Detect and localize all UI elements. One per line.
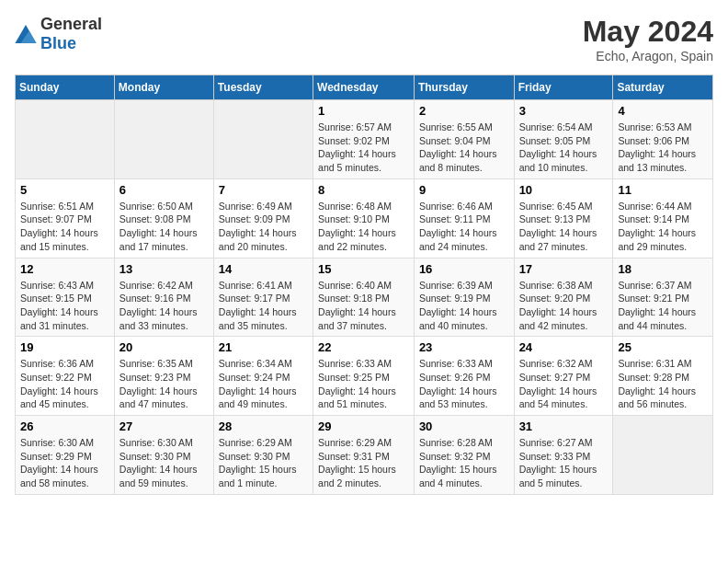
- day-info: Sunrise: 6:38 AMSunset: 9:20 PMDaylight:…: [519, 279, 609, 333]
- day-number: 10: [519, 183, 609, 197]
- day-info: Sunrise: 6:43 AMSunset: 9:15 PMDaylight:…: [20, 279, 109, 333]
- day-info: Sunrise: 6:45 AMSunset: 9:13 PMDaylight:…: [519, 200, 609, 254]
- week-row-5: 26Sunrise: 6:30 AMSunset: 9:29 PMDayligh…: [16, 416, 713, 495]
- day-number: 21: [219, 340, 308, 354]
- day-cell: [213, 100, 313, 179]
- day-cell: 6Sunrise: 6:50 AMSunset: 9:08 PMDaylight…: [114, 178, 213, 258]
- day-info: Sunrise: 6:41 AMSunset: 9:17 PMDaylight:…: [219, 279, 308, 333]
- day-info: Sunrise: 6:46 AMSunset: 9:11 PMDaylight:…: [419, 200, 509, 254]
- day-cell: 27Sunrise: 6:30 AMSunset: 9:30 PMDayligh…: [114, 416, 213, 495]
- col-header-wednesday: Wednesday: [313, 75, 415, 100]
- day-cell: 21Sunrise: 6:34 AMSunset: 9:24 PMDayligh…: [213, 337, 313, 416]
- day-number: 20: [119, 340, 209, 354]
- day-number: 22: [318, 340, 409, 354]
- logo-blue: Blue: [40, 34, 76, 52]
- day-number: 7: [219, 183, 308, 197]
- day-info: Sunrise: 6:50 AMSunset: 9:08 PMDaylight:…: [119, 200, 209, 254]
- day-cell: 22Sunrise: 6:33 AMSunset: 9:25 PMDayligh…: [313, 337, 415, 416]
- day-number: 5: [20, 183, 109, 197]
- day-info: Sunrise: 6:35 AMSunset: 9:23 PMDaylight:…: [119, 357, 209, 411]
- day-info: Sunrise: 6:49 AMSunset: 9:09 PMDaylight:…: [219, 200, 308, 254]
- day-number: 6: [119, 183, 209, 197]
- day-number: 4: [618, 104, 708, 118]
- calendar-subtitle: Echo, Aragon, Spain: [583, 49, 713, 63]
- day-cell: 31Sunrise: 6:27 AMSunset: 9:33 PMDayligh…: [514, 416, 613, 495]
- day-info: Sunrise: 6:33 AMSunset: 9:26 PMDaylight:…: [419, 357, 509, 411]
- col-header-saturday: Saturday: [613, 75, 713, 100]
- day-cell: 5Sunrise: 6:51 AMSunset: 9:07 PMDaylight…: [16, 178, 115, 258]
- day-number: 31: [519, 419, 609, 433]
- day-number: 12: [20, 262, 109, 276]
- day-number: 8: [318, 183, 409, 197]
- day-cell: 25Sunrise: 6:31 AMSunset: 9:28 PMDayligh…: [613, 337, 713, 416]
- day-cell: [114, 100, 213, 179]
- day-number: 24: [519, 340, 609, 354]
- day-number: 25: [618, 340, 708, 354]
- day-cell: 18Sunrise: 6:37 AMSunset: 9:21 PMDayligh…: [613, 258, 713, 337]
- day-info: Sunrise: 6:40 AMSunset: 9:18 PMDaylight:…: [318, 279, 409, 333]
- day-info: Sunrise: 6:36 AMSunset: 9:22 PMDaylight:…: [20, 357, 109, 411]
- day-cell: 23Sunrise: 6:33 AMSunset: 9:26 PMDayligh…: [414, 337, 514, 416]
- page-header: General Blue May 2024 Echo, Aragon, Spai…: [15, 15, 713, 63]
- week-row-3: 12Sunrise: 6:43 AMSunset: 9:15 PMDayligh…: [16, 258, 713, 337]
- day-cell: 4Sunrise: 6:53 AMSunset: 9:06 PMDaylight…: [613, 100, 713, 179]
- day-info: Sunrise: 6:30 AMSunset: 9:29 PMDaylight:…: [20, 436, 109, 490]
- day-cell: 2Sunrise: 6:55 AMSunset: 9:04 PMDaylight…: [414, 100, 514, 179]
- logo: General Blue: [15, 15, 102, 53]
- day-cell: 9Sunrise: 6:46 AMSunset: 9:11 PMDaylight…: [414, 178, 514, 258]
- day-info: Sunrise: 6:29 AMSunset: 9:30 PMDaylight:…: [219, 436, 308, 490]
- day-info: Sunrise: 6:57 AMSunset: 9:02 PMDaylight:…: [318, 121, 409, 175]
- day-number: 15: [318, 262, 409, 276]
- day-info: Sunrise: 6:44 AMSunset: 9:14 PMDaylight:…: [618, 200, 708, 254]
- day-info: Sunrise: 6:55 AMSunset: 9:04 PMDaylight:…: [419, 121, 509, 175]
- day-cell: [16, 100, 115, 179]
- header-row: SundayMondayTuesdayWednesdayThursdayFrid…: [16, 75, 713, 100]
- week-row-2: 5Sunrise: 6:51 AMSunset: 9:07 PMDaylight…: [16, 178, 713, 258]
- day-number: 18: [618, 262, 708, 276]
- day-cell: 12Sunrise: 6:43 AMSunset: 9:15 PMDayligh…: [16, 258, 115, 337]
- day-number: 23: [419, 340, 509, 354]
- day-info: Sunrise: 6:29 AMSunset: 9:31 PMDaylight:…: [318, 436, 409, 490]
- day-number: 2: [419, 104, 509, 118]
- day-cell: 10Sunrise: 6:45 AMSunset: 9:13 PMDayligh…: [514, 178, 613, 258]
- day-number: 26: [20, 419, 109, 433]
- day-info: Sunrise: 6:28 AMSunset: 9:32 PMDaylight:…: [419, 436, 509, 490]
- day-cell: 17Sunrise: 6:38 AMSunset: 9:20 PMDayligh…: [514, 258, 613, 337]
- week-row-4: 19Sunrise: 6:36 AMSunset: 9:22 PMDayligh…: [16, 337, 713, 416]
- week-row-1: 1Sunrise: 6:57 AMSunset: 9:02 PMDaylight…: [16, 100, 713, 179]
- day-info: Sunrise: 6:54 AMSunset: 9:05 PMDaylight:…: [519, 121, 609, 175]
- day-info: Sunrise: 6:39 AMSunset: 9:19 PMDaylight:…: [419, 279, 509, 333]
- col-header-sunday: Sunday: [16, 75, 115, 100]
- day-number: 30: [419, 419, 509, 433]
- day-number: 29: [318, 419, 409, 433]
- calendar-title: May 2024: [583, 15, 713, 49]
- day-cell: 30Sunrise: 6:28 AMSunset: 9:32 PMDayligh…: [414, 416, 514, 495]
- day-cell: 8Sunrise: 6:48 AMSunset: 9:10 PMDaylight…: [313, 178, 415, 258]
- day-number: 28: [219, 419, 308, 433]
- day-cell: 28Sunrise: 6:29 AMSunset: 9:30 PMDayligh…: [213, 416, 313, 495]
- logo-icon: [15, 25, 37, 43]
- day-info: Sunrise: 6:33 AMSunset: 9:25 PMDaylight:…: [318, 357, 409, 411]
- calendar-table: SundayMondayTuesdayWednesdayThursdayFrid…: [15, 75, 713, 495]
- col-header-thursday: Thursday: [414, 75, 514, 100]
- day-number: 27: [119, 419, 209, 433]
- day-cell: 26Sunrise: 6:30 AMSunset: 9:29 PMDayligh…: [16, 416, 115, 495]
- day-info: Sunrise: 6:32 AMSunset: 9:27 PMDaylight:…: [519, 357, 609, 411]
- day-number: 9: [419, 183, 509, 197]
- day-info: Sunrise: 6:31 AMSunset: 9:28 PMDaylight:…: [618, 357, 708, 411]
- day-info: Sunrise: 6:30 AMSunset: 9:30 PMDaylight:…: [119, 436, 209, 490]
- col-header-monday: Monday: [114, 75, 213, 100]
- day-cell: 1Sunrise: 6:57 AMSunset: 9:02 PMDaylight…: [313, 100, 415, 179]
- day-cell: 11Sunrise: 6:44 AMSunset: 9:14 PMDayligh…: [613, 178, 713, 258]
- day-number: 13: [119, 262, 209, 276]
- day-cell: 14Sunrise: 6:41 AMSunset: 9:17 PMDayligh…: [213, 258, 313, 337]
- day-info: Sunrise: 6:27 AMSunset: 9:33 PMDaylight:…: [519, 436, 609, 490]
- day-number: 19: [20, 340, 109, 354]
- day-cell: 20Sunrise: 6:35 AMSunset: 9:23 PMDayligh…: [114, 337, 213, 416]
- day-cell: 3Sunrise: 6:54 AMSunset: 9:05 PMDaylight…: [514, 100, 613, 179]
- day-cell: 29Sunrise: 6:29 AMSunset: 9:31 PMDayligh…: [313, 416, 415, 495]
- day-number: 16: [419, 262, 509, 276]
- day-number: 3: [519, 104, 609, 118]
- day-cell: 13Sunrise: 6:42 AMSunset: 9:16 PMDayligh…: [114, 258, 213, 337]
- col-header-tuesday: Tuesday: [213, 75, 313, 100]
